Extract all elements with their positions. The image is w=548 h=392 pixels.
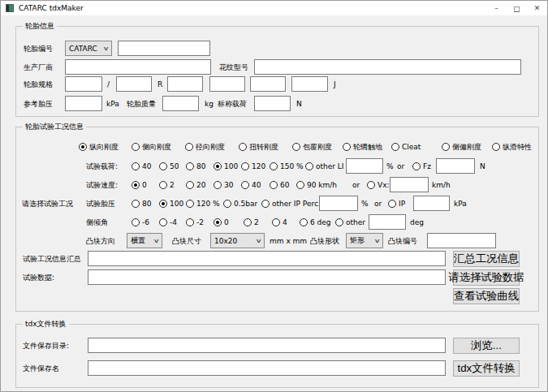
- tire-number-row: 轮胎编号 CATARC ∨: [16, 41, 538, 57]
- test-type-radial-stiffness[interactable]: 径向刚度: [185, 139, 225, 155]
- load-fz-unit: N: [480, 158, 485, 174]
- radio-icon: [159, 200, 167, 208]
- load-option-50[interactable]: 50: [159, 158, 179, 174]
- tire-info-group: 轮胎信息 轮胎编号 CATARC ∨ 生产厂商 花纹型号 轮胎规格 / R: [15, 26, 539, 117]
- speed-option-90[interactable]: 90 km/h: [296, 177, 337, 193]
- spec-ratio-input[interactable]: [116, 76, 152, 92]
- spec-extra2-input[interactable]: [250, 76, 286, 92]
- speed-option-0[interactable]: 0: [132, 177, 147, 193]
- tire-number-label: 轮胎编号: [24, 41, 53, 57]
- tire-mass-unit: kg: [205, 96, 214, 112]
- summarize-condition-button[interactable]: 汇总工况信息: [453, 251, 520, 267]
- close-button[interactable]: ✕: [527, 1, 547, 15]
- maximize-button[interactable]: ◻: [507, 1, 527, 15]
- camber-option-2[interactable]: 2: [244, 214, 259, 230]
- radio-icon: [185, 143, 193, 151]
- spec-extra1-input[interactable]: [209, 76, 245, 92]
- load-fz-input[interactable]: [436, 158, 475, 174]
- load-option-120[interactable]: 120: [241, 158, 265, 174]
- camber-option-0[interactable]: 0: [214, 214, 229, 230]
- test-speed-row: 试验速度: 0 2 20 30 40 60 90 km/h or Vx: km/…: [16, 177, 538, 193]
- cleat-size-combo[interactable]: 10x20 ∨: [210, 233, 265, 248]
- cleat-direction-combo[interactable]: 横置 ∨: [127, 233, 162, 248]
- test-type-lateral-stiffness[interactable]: 侧向刚度: [132, 139, 171, 155]
- radio-icon: [442, 143, 450, 151]
- pressure-other-input[interactable]: [319, 196, 358, 211]
- test-type-enveloping-stiffness[interactable]: 包覆刚度: [292, 139, 332, 155]
- load-option-fz[interactable]: Fz: [412, 158, 431, 174]
- tdx-convert-button[interactable]: tdx文件转换: [453, 360, 520, 377]
- test-load-row: 试验载荷: 40 50 80 100 120 150 % other LI % …: [16, 158, 538, 174]
- tire-number-combo[interactable]: CATARC ∨: [65, 41, 112, 56]
- tire-number-input[interactable]: [118, 41, 210, 56]
- save-name-input[interactable]: [88, 360, 446, 376]
- load-option-80[interactable]: 80: [186, 158, 205, 174]
- minimize-button[interactable]: –: [486, 1, 507, 15]
- cleat-number-input[interactable]: [427, 233, 496, 248]
- speed-vx-input[interactable]: [390, 177, 429, 192]
- spec-rim-input[interactable]: [167, 76, 203, 92]
- camber-other-input[interactable]: [369, 214, 406, 230]
- load-option-100[interactable]: 100: [214, 158, 238, 174]
- manufacturer-label: 生产厂商: [24, 59, 53, 75]
- pressure-option-ip[interactable]: IP: [388, 196, 405, 212]
- speed-option-20[interactable]: 20: [186, 177, 205, 193]
- camber-option-neg2[interactable]: -2: [186, 214, 204, 230]
- pattern-input[interactable]: [254, 59, 521, 75]
- test-type-cleat[interactable]: Cleat: [391, 139, 421, 155]
- radio-icon: [159, 181, 167, 189]
- nominal-load-input[interactable]: [254, 96, 291, 111]
- save-dir-input[interactable]: [88, 338, 446, 353]
- speed-option-30[interactable]: 30: [214, 177, 233, 193]
- pressure-option-80[interactable]: 80: [132, 196, 151, 212]
- spec-extra3-input[interactable]: [291, 76, 328, 92]
- pressure-option-120[interactable]: 120 %: [186, 196, 220, 212]
- spec-width-input[interactable]: [65, 76, 102, 92]
- test-type-cornering-stiffness[interactable]: 侧偏刚度: [442, 139, 481, 155]
- cleat-shape-label: 凸块形状: [310, 233, 339, 249]
- radio-icon: [492, 143, 500, 151]
- chevron-down-icon: ∨: [153, 238, 159, 244]
- reference-pressure-input[interactable]: [65, 96, 102, 111]
- spec-row: 轮胎规格 / R J: [16, 76, 538, 93]
- view-curve-button[interactable]: 查看试验曲线: [453, 288, 520, 304]
- test-type-torsional-stiffness[interactable]: 扭转刚度: [239, 139, 278, 155]
- test-type-rim-contact[interactable]: 轮辋触地: [343, 139, 382, 155]
- pressure-option-100[interactable]: 100: [159, 196, 183, 212]
- radio-icon: [300, 218, 308, 226]
- pressure-ip-input[interactable]: [413, 196, 450, 211]
- test-data-input[interactable]: [88, 269, 446, 285]
- radio-icon: [214, 218, 222, 226]
- condition-summary-input[interactable]: [88, 251, 446, 266]
- tire-mass-input[interactable]: [162, 96, 199, 111]
- camber-option-neg6[interactable]: -6: [132, 214, 149, 230]
- radio-icon: [214, 162, 222, 170]
- camber-option-4[interactable]: 4: [272, 214, 287, 230]
- camber-option-6[interactable]: 6 deg: [300, 214, 331, 230]
- test-type-longitudinal-stiffness[interactable]: 纵向刚度: [79, 139, 119, 155]
- speed-option-vx[interactable]: Vx:: [367, 177, 390, 193]
- select-test-data-button[interactable]: 请选择试验数据: [453, 269, 520, 286]
- camber-option-neg4[interactable]: -4: [159, 214, 177, 230]
- radio-icon: [223, 200, 231, 208]
- chevron-down-icon: ∨: [373, 238, 380, 244]
- radio-icon: [270, 181, 278, 189]
- load-option-150[interactable]: 150 %: [270, 158, 304, 174]
- cleat-shape-combo[interactable]: 矩形 ∨: [346, 233, 383, 248]
- browse-button[interactable]: 浏览...: [453, 338, 520, 354]
- cleat-size-unit: mm x mm: [270, 233, 307, 249]
- condition-summary-row: 试验工况信息汇总 汇总工况信息: [16, 251, 538, 267]
- test-type-longitudinal-slip[interactable]: 纵滑特性: [492, 139, 532, 155]
- pressure-option-05bar[interactable]: 0.5bar: [223, 196, 257, 212]
- load-option-40[interactable]: 40: [132, 158, 151, 174]
- manufacturer-input[interactable]: [65, 59, 211, 75]
- speed-option-2[interactable]: 2: [159, 177, 175, 193]
- load-option-other-li[interactable]: other LI: [305, 158, 344, 174]
- tdx-convert-group: tdx文件转换 文件保存目录: 浏览... 文件保存名 tdx文件转换: [15, 324, 539, 388]
- radio-icon: [239, 143, 247, 151]
- speed-option-40[interactable]: 40: [241, 177, 261, 193]
- pressure-option-other-ip[interactable]: other IP Perc.: [261, 196, 321, 212]
- speed-option-60[interactable]: 60: [270, 177, 289, 193]
- load-other-input[interactable]: [346, 158, 383, 174]
- camber-option-other[interactable]: other: [335, 214, 365, 230]
